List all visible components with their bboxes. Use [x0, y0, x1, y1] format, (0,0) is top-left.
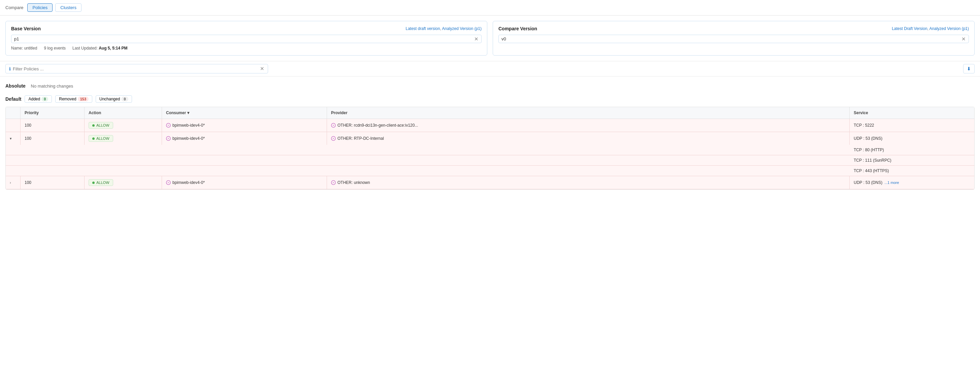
base-version-title: Base Version: [11, 26, 41, 31]
provider-cell-3: OTHER: unknown: [327, 176, 850, 189]
base-last-updated: Last Updated: Aug 5, 5:14 PM: [72, 46, 127, 51]
provider-cell-1: OTHER: rcdn9-dci13n-gen-client-ace:iv120…: [327, 119, 850, 132]
sub-service-3: TCP : 443 (HTTPS): [850, 166, 974, 176]
compare-version-panel: Compare Version Latest Draft Version, An…: [493, 21, 975, 56]
allow-badge-1: ALLOW: [89, 122, 113, 129]
provider-icon-3: [331, 180, 336, 185]
tab-policies[interactable]: Policies: [27, 3, 52, 12]
sub-service-2: TCP : 111 (SunRPC): [850, 155, 974, 166]
provider-icon-2: [331, 136, 336, 141]
priority-cell-3: 100: [21, 176, 84, 189]
removed-badge-btn[interactable]: Removed 153: [55, 95, 92, 103]
base-version-panel: Base Version Latest draft version, Analy…: [5, 21, 487, 56]
expand-button-3[interactable]: ›: [10, 180, 11, 185]
provider-cell-2: OTHER: RTP-DC-Internal: [327, 132, 850, 145]
service-cell-2: UDP : 53 (DNS): [850, 132, 974, 145]
consumer-icon-2: [166, 136, 171, 141]
absolute-no-changes: No matching changes: [31, 84, 73, 89]
table-row: › 100 ALLOW bpimweb-idev4-0*: [6, 176, 974, 189]
top-bar: Compare Policies Clusters: [0, 0, 980, 16]
allow-dot-1: [92, 124, 95, 127]
filter-input-row: ℹ ✕: [5, 64, 268, 73]
consumer-sort-icon[interactable]: ▾: [187, 110, 189, 115]
base-version-links: Latest draft version, Analyzed Version (…: [406, 26, 482, 31]
th-expand: [6, 107, 21, 119]
compare-version-clear[interactable]: ✕: [961, 37, 966, 41]
table-row: 100 ALLOW bpimweb-idev4-0*: [6, 119, 974, 132]
base-version-header: Base Version Latest draft version, Analy…: [11, 26, 482, 31]
base-log-events: 9 log events: [44, 46, 66, 51]
sub-row: TCP : 111 (SunRPC): [6, 155, 974, 166]
allow-dot-3: [92, 182, 95, 184]
base-version-name: Name: untitled: [11, 46, 37, 51]
service-cell-3: UDP : 53 (DNS) ...1 more: [850, 176, 974, 189]
base-version-meta: Name: untitled 9 log events Last Updated…: [11, 46, 482, 51]
sub-row: TCP : 443 (HTTPS): [6, 166, 974, 176]
allow-badge-3: ALLOW: [89, 179, 113, 186]
compare-version-input[interactable]: [501, 37, 961, 41]
version-panels: Base Version Latest draft version, Analy…: [0, 16, 980, 61]
absolute-title: Absolute: [5, 83, 25, 89]
th-service: Service: [850, 107, 974, 119]
compare-version-header: Compare Version Latest Draft Version, An…: [498, 26, 969, 31]
consumer-cell-1: bpimweb-idev4-0*: [162, 119, 327, 132]
action-cell-2: ALLOW: [84, 132, 162, 145]
policy-table: Priority Action Consumer ▾ Provider Serv…: [5, 107, 975, 190]
added-badge-btn[interactable]: Added 0: [25, 95, 52, 103]
table-row: ▾ 100 ALLOW bpimweb-idev4-0*: [6, 132, 974, 145]
expand-cell-3[interactable]: ›: [6, 176, 21, 189]
consumer-icon-1: [166, 123, 171, 127]
consumer-cell-3: bpimweb-idev4-0*: [162, 176, 327, 189]
download-button[interactable]: ⬇: [963, 64, 975, 73]
compare-version-links: Latest Draft Version, Analyzed Version (…: [892, 26, 969, 31]
th-consumer: Consumer ▾: [162, 107, 327, 119]
compare-version-input-row: ✕: [498, 35, 969, 43]
tab-clusters[interactable]: Clusters: [55, 3, 81, 12]
base-latest-link[interactable]: Latest draft version: [406, 26, 440, 31]
priority-cell-1: 100: [21, 119, 84, 132]
action-cell-3: ALLOW: [84, 176, 162, 189]
sub-row: TCP : 80 (HTTP): [6, 145, 974, 155]
th-provider: Provider: [327, 107, 850, 119]
unchanged-label: Unchanged: [99, 97, 120, 101]
default-section: Default Added 0 Removed 153 Unchanged 0 …: [0, 91, 980, 190]
service-cell-1: TCP : 5222: [850, 119, 974, 132]
th-action: Action: [84, 107, 162, 119]
removed-label: Removed: [59, 97, 76, 101]
base-version-input-row: ✕: [11, 35, 482, 43]
provider-icon-1: [331, 123, 336, 127]
base-analyzed-link[interactable]: Analyzed Version (p1): [442, 26, 482, 31]
allow-badge-2: ALLOW: [89, 135, 113, 142]
added-count: 0: [41, 97, 48, 101]
default-header: Default Added 0 Removed 153 Unchanged 0: [5, 95, 975, 103]
base-version-clear[interactable]: ✕: [474, 37, 479, 41]
base-version-input[interactable]: [14, 37, 474, 41]
filter-clear-button[interactable]: ✕: [260, 66, 264, 72]
absolute-section: Absolute No matching changes: [0, 76, 980, 91]
more-link-3[interactable]: ...1 more: [885, 180, 899, 185]
default-title: Default: [5, 96, 21, 102]
download-icon: ⬇: [967, 66, 971, 72]
action-cell-1: ALLOW: [84, 119, 162, 132]
consumer-cell-2: bpimweb-idev4-0*: [162, 132, 327, 145]
sub-service-1: TCP : 80 (HTTP): [850, 145, 974, 155]
th-priority: Priority: [21, 107, 84, 119]
expand-cell-2[interactable]: ▾: [6, 132, 21, 145]
unchanged-badge-btn[interactable]: Unchanged 0: [95, 95, 132, 103]
unchanged-count: 0: [121, 97, 128, 101]
filter-bar: ℹ ✕ ⬇: [0, 61, 980, 76]
filter-input[interactable]: [13, 66, 260, 72]
compare-label: Compare: [5, 5, 23, 10]
added-label: Added: [28, 97, 40, 101]
table-header: Priority Action Consumer ▾ Provider Serv…: [6, 107, 974, 119]
allow-dot-2: [92, 137, 95, 140]
compare-analyzed-link[interactable]: Analyzed Version (p1): [929, 26, 969, 31]
consumer-icon-3: [166, 180, 171, 185]
compare-version-title: Compare Version: [498, 26, 537, 31]
removed-count: 153: [78, 97, 89, 101]
info-icon: ℹ: [9, 66, 11, 72]
priority-cell-2: 100: [21, 132, 84, 145]
expand-button-2[interactable]: ▾: [10, 136, 12, 141]
expand-cell-1: [6, 119, 21, 132]
compare-latest-link[interactable]: Latest Draft Version: [892, 26, 927, 31]
